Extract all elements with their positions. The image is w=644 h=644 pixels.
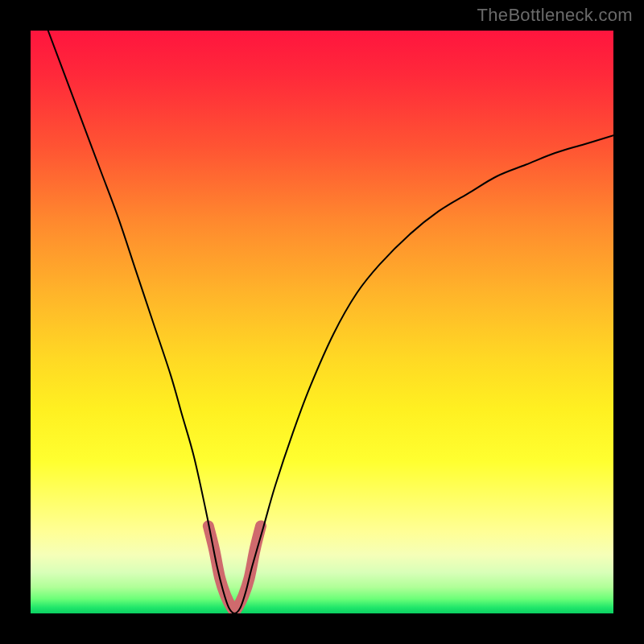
- plot-area: [31, 31, 613, 613]
- watermark-text: TheBottleneck.com: [477, 5, 633, 26]
- minimum-highlight: [208, 526, 261, 610]
- chart-container: TheBottleneck.com: [0, 0, 644, 644]
- curve-svg: [31, 31, 613, 613]
- bottleneck-curve: [48, 31, 613, 613]
